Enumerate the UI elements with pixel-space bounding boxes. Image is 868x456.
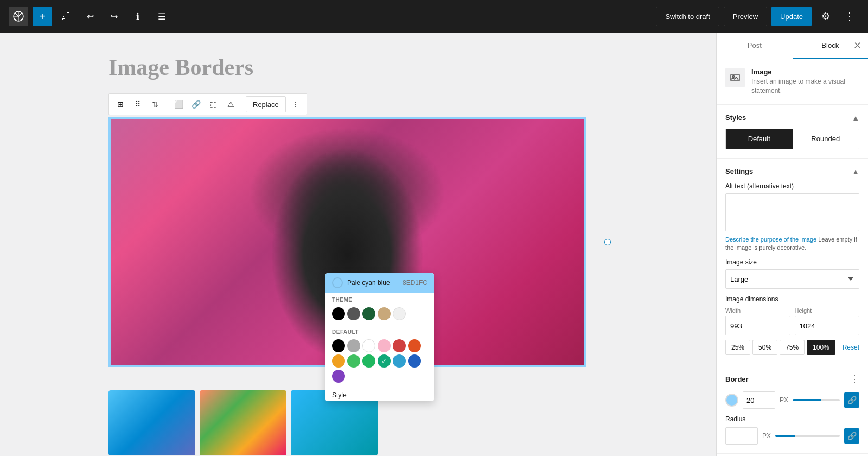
warning-button[interactable]: ⚠ xyxy=(222,96,239,112)
move-handle[interactable]: ⇅ xyxy=(147,96,163,112)
border-slider[interactable] xyxy=(793,399,840,401)
thumbnail-1[interactable] xyxy=(108,390,195,455)
settings-section: Settings ▲ Alt text (alternative text) D… xyxy=(717,159,868,365)
editor-content: Image Borders ⊞ ⠿ ⇅ ⬜ 🔗 ⬚ ⚠ Replace ⋮ xyxy=(98,33,618,456)
radius-label: Radius xyxy=(725,415,859,423)
add-block-button[interactable]: + xyxy=(33,7,52,26)
preview-button[interactable]: Preview xyxy=(724,7,767,26)
width-label: Width xyxy=(725,307,790,314)
swatch-d-purple[interactable] xyxy=(332,370,345,383)
thumbnail-2[interactable] xyxy=(200,390,286,455)
height-input[interactable] xyxy=(795,316,860,335)
color-hex-label: 8ED1FC xyxy=(403,279,427,287)
default-swatches xyxy=(326,337,434,387)
style-default-button[interactable]: Default xyxy=(726,129,793,149)
color-preview-dot xyxy=(332,277,343,288)
image-dimensions-group: Image dimensions Width Height 25% 50% 75… xyxy=(725,295,859,355)
radius-link-button[interactable]: 🔗 xyxy=(844,428,859,444)
style-section-label: Style xyxy=(326,387,434,401)
more-options-button[interactable]: ⋮ xyxy=(840,7,859,26)
alt-text-group: Alt text (alternative text) Describe the… xyxy=(725,182,859,252)
pct-75-button[interactable]: 75% xyxy=(780,340,805,355)
pct-100-button[interactable]: 100% xyxy=(807,340,835,355)
settings-title: Settings xyxy=(725,167,753,175)
swatch-d-darkgreen[interactable] xyxy=(362,354,375,368)
swatch-d-skyblue[interactable] xyxy=(393,354,406,368)
radius-slider[interactable] xyxy=(775,435,840,437)
image-block-info: Image Insert an image to make a visual s… xyxy=(751,68,859,96)
align-button[interactable]: ⬜ xyxy=(170,96,187,112)
switch-to-draft-button[interactable]: Switch to draft xyxy=(656,7,719,26)
width-input[interactable] xyxy=(725,316,790,335)
image-icon[interactable]: ⊞ xyxy=(112,96,129,112)
swatch-d-pink[interactable] xyxy=(378,339,391,352)
width-group: Width xyxy=(725,307,790,335)
border-value-input[interactable] xyxy=(743,391,775,409)
image-block-icon xyxy=(725,68,745,87)
wordpress-logo[interactable] xyxy=(9,7,28,26)
swatch-d-green[interactable] xyxy=(347,354,360,368)
alt-text-input[interactable] xyxy=(725,193,859,231)
radius-value-input[interactable] xyxy=(725,427,758,445)
sidebar-close-button[interactable]: ✕ xyxy=(853,40,861,52)
tab-post[interactable]: Post xyxy=(717,33,793,59)
style-buttons: Default Rounded xyxy=(725,129,859,149)
pct-50-button[interactable]: 50% xyxy=(752,340,777,355)
swatch-d-darkred[interactable] xyxy=(393,339,406,352)
main-area: Image Borders ⊞ ⠿ ⇅ ⬜ 🔗 ⬚ ⚠ Replace ⋮ xyxy=(0,33,868,456)
top-toolbar: + 🖊 ↩ ↪ ℹ ☰ Switch to draft Preview Upda… xyxy=(0,0,868,33)
image-info-header: Image Insert an image to make a visual s… xyxy=(717,59,868,105)
default-label: DEFAULT xyxy=(326,325,434,337)
image-block: ⊞ ⠿ ⇅ ⬜ 🔗 ⬚ ⚠ Replace ⋮ xyxy=(108,93,608,455)
undo-button[interactable]: ↩ xyxy=(80,7,100,26)
list-view-button[interactable]: ☰ xyxy=(152,7,171,26)
redo-button[interactable]: ↪ xyxy=(104,7,124,26)
border-color-picker[interactable] xyxy=(725,394,738,407)
swatch-d-orange[interactable] xyxy=(408,339,421,352)
swatch-dark-green[interactable] xyxy=(362,307,375,320)
radius-unit-label: PX xyxy=(762,432,771,440)
pct-25-button[interactable]: 25% xyxy=(725,340,750,355)
more-block-options[interactable]: ⋮ xyxy=(287,96,303,112)
border-more-button[interactable]: ⋮ xyxy=(850,373,859,385)
image-size-group: Image size Thumbnail Medium Large Full S… xyxy=(725,258,859,289)
settings-toggle[interactable]: ▲ xyxy=(852,167,859,176)
crop-button[interactable]: ⬚ xyxy=(205,96,221,112)
swatch-dark-gray[interactable] xyxy=(347,307,360,320)
theme-label: THEME xyxy=(326,293,434,305)
details-button[interactable]: ℹ xyxy=(128,7,148,26)
swatch-black[interactable] xyxy=(332,307,345,320)
border-link-button[interactable]: 🔗 xyxy=(844,392,859,408)
advanced-section: Advanced ▼ xyxy=(717,454,868,456)
settings-header: Settings ▲ xyxy=(725,167,859,176)
reset-button[interactable]: Reset xyxy=(843,344,859,351)
image-size-select[interactable]: Thumbnail Medium Large Full Size xyxy=(725,269,859,289)
swatch-d-white[interactable] xyxy=(362,339,375,352)
border-header: Border ⋮ xyxy=(725,373,859,385)
tools-button[interactable]: 🖊 xyxy=(56,7,76,26)
settings-button[interactable]: ⚙ xyxy=(816,7,835,26)
styles-toggle[interactable]: ▲ xyxy=(852,113,859,122)
styles-title: Styles xyxy=(725,113,746,122)
drag-handle[interactable]: ⠿ xyxy=(130,96,146,112)
swatch-tan[interactable] xyxy=(378,307,391,320)
swatch-d-gold[interactable] xyxy=(332,354,345,368)
swatch-d-darkblue[interactable] xyxy=(408,354,421,368)
swatch-d-gray[interactable] xyxy=(347,339,360,352)
link-button[interactable]: 🔗 xyxy=(188,96,204,112)
border-title: Border xyxy=(725,375,749,383)
style-rounded-button[interactable]: Rounded xyxy=(793,129,859,149)
sidebar: Post Block ✕ Image Insert an image to ma… xyxy=(716,33,868,456)
border-section: Border ⋮ PX 🔗 Radius PX 🔗 xyxy=(717,364,868,454)
swatch-light[interactable] xyxy=(393,307,406,320)
replace-button[interactable]: Replace xyxy=(246,96,286,112)
radius-group: Radius PX 🔗 xyxy=(725,415,859,445)
swatch-d-black[interactable] xyxy=(332,339,345,352)
swatch-d-teal[interactable] xyxy=(378,354,391,368)
editor-area: Image Borders ⊞ ⠿ ⇅ ⬜ 🔗 ⬚ ⚠ Replace ⋮ xyxy=(0,33,716,456)
update-button[interactable]: Update xyxy=(771,7,812,26)
post-title[interactable]: Image Borders xyxy=(108,54,608,80)
divider-1 xyxy=(167,98,167,111)
alt-text-link[interactable]: Describe the purpose of the image Leave … xyxy=(725,236,859,252)
resize-handle[interactable] xyxy=(604,239,611,245)
